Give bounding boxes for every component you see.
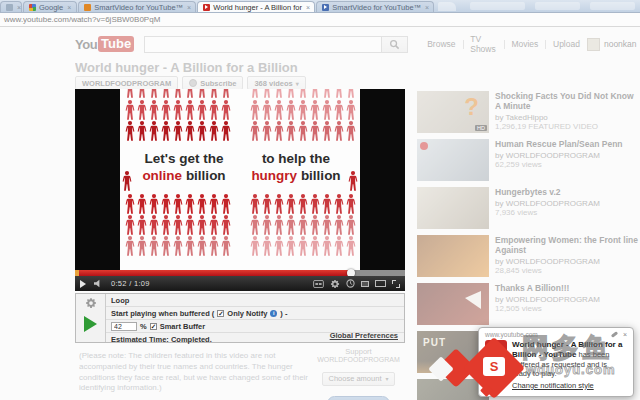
nav-browse[interactable]: Browse [420, 39, 462, 49]
smartvideo-side [76, 294, 106, 342]
play-button[interactable] [80, 280, 86, 288]
video-thumbnail[interactable] [417, 235, 489, 277]
person-icon [137, 236, 147, 256]
related-video-channel[interactable]: by WORLDFOODPROGRAM [495, 295, 600, 304]
choose-amount-button[interactable]: Choose amount ▾ [322, 372, 396, 386]
youtube-logo[interactable]: You Tube [75, 36, 134, 52]
loop-row[interactable]: Loop [106, 294, 404, 307]
related-video-channel[interactable]: by TakedHippo [495, 113, 638, 122]
subscribe-button[interactable]: Subscribe [182, 76, 243, 90]
smart-buffer-checkbox[interactable]: ✓ [150, 323, 157, 330]
person-icon [149, 89, 159, 98]
related-video-title[interactable]: Empowering Women: the Front line Against [495, 236, 638, 256]
person-icon [137, 89, 147, 98]
related-video-item[interactable]: ?HDShocking Facts You Did Not Know A Min… [417, 91, 638, 133]
browser-tab[interactable]: Google× [23, 1, 77, 12]
nav-upload[interactable]: Upload [546, 39, 587, 49]
tab-close-icon[interactable]: × [425, 4, 429, 11]
support-box: Support WORLDFOODPROGRAM Choose amount ▾… [312, 347, 405, 400]
yt-tab-icon [203, 4, 210, 11]
person-icon [310, 89, 320, 98]
person-icon [298, 121, 308, 141]
account-menu[interactable]: noonkan ▾ [587, 38, 640, 51]
person-icon [274, 194, 284, 214]
tab-close-icon[interactable]: × [187, 4, 191, 11]
related-video-item[interactable]: Empowering Women: the Front line Against… [417, 235, 638, 277]
video-thumbnail[interactable] [417, 283, 489, 325]
person-icon [286, 215, 296, 235]
video-screen[interactable]: Let's get theonline billionto help thehu… [75, 89, 405, 270]
related-video-channel[interactable]: by WORLDFOODPROGRAM [495, 199, 600, 208]
search-button[interactable] [382, 36, 408, 53]
ghost-tab [535, 2, 580, 10]
related-video-item[interactable]: Thanks A Billion!!!by WORLDFOODPROGRAM12… [417, 283, 638, 325]
tab-label: SmartVideo for YouTube™ [332, 3, 421, 12]
tab-close-icon[interactable]: × [67, 4, 71, 11]
tab-close-icon[interactable]: × [17, 4, 21, 11]
person-icon [161, 100, 171, 120]
browser-tab[interactable]: World hunger - A Billion for× [197, 1, 315, 12]
video-player[interactable]: Let's get theonline billionto help thehu… [75, 89, 405, 291]
screenshot-root: ×Google×SmartVideo for YouTube™×World hu… [0, 0, 640, 400]
search-input[interactable] [144, 36, 382, 53]
smartvideo-play-button[interactable] [84, 316, 97, 332]
captions-icon[interactable] [313, 280, 324, 288]
fullscreen-icon[interactable] [392, 280, 400, 288]
person-icon [125, 89, 135, 98]
tab-close-icon[interactable]: × [306, 4, 310, 11]
video-thumbnail[interactable]: ?HD [417, 91, 489, 133]
buffer-clock-icon[interactable] [346, 279, 355, 288]
change-notification-style-link[interactable]: Change notification style [512, 381, 594, 390]
small-player-icon[interactable] [361, 281, 369, 287]
browser-tab[interactable]: × [0, 1, 22, 12]
person-icon [149, 121, 159, 141]
tab-label: Google [39, 3, 63, 12]
channel-button[interactable]: WORLDFOODPROGRAM [75, 76, 178, 90]
related-video-channel[interactable]: by WORLDFOODPROGRAM [495, 257, 638, 266]
youtube-page: You Tube Browse TV Shows Movies Upload n… [0, 27, 640, 400]
related-video-title[interactable]: Human Rescue Plan/Sean Penn [495, 140, 623, 150]
buffer-percent-input[interactable] [111, 322, 137, 331]
related-video-channel[interactable]: by WORLDFOODPROGRAM [495, 151, 623, 160]
person-icon [322, 89, 332, 98]
wrench-icon[interactable] [611, 331, 618, 337]
volume-icon[interactable] [93, 279, 104, 288]
nav-tv-shows[interactable]: TV Shows [463, 34, 503, 54]
person-icon [274, 215, 284, 235]
video-title: World hunger - A Billion for a Billion [75, 60, 298, 75]
related-video-title[interactable]: Hungerbytes v.2 [495, 188, 600, 198]
person-icon [322, 236, 332, 256]
info-icon[interactable]: i [270, 310, 277, 317]
only-notify-checkbox[interactable]: ✓ [217, 310, 224, 317]
nav-movies[interactable]: Movies [504, 39, 545, 49]
related-video-title[interactable]: Shocking Facts You Did Not Know A Minute [495, 92, 638, 112]
pin-tab-icon [6, 4, 13, 11]
top-nav: Browse TV Shows Movies Upload [420, 34, 587, 54]
chevron-down-icon: ▾ [385, 375, 388, 382]
address-bar[interactable]: www.youtube.com/watch?v=6jSBW0B0PqM [0, 13, 640, 27]
browser-tab[interactable]: SmartVideo for YouTube™× [78, 1, 196, 12]
settings-gear-icon[interactable] [330, 279, 340, 289]
close-icon[interactable]: × [623, 331, 627, 338]
wide-player-icon[interactable] [375, 280, 386, 287]
video-thumbnail[interactable] [417, 187, 489, 229]
related-video-views: 62,259 views [495, 160, 623, 169]
notification-popup[interactable]: www.youtube.com × World hunger - A Billi… [478, 327, 634, 397]
video-thumbnail[interactable] [417, 139, 489, 181]
related-video-title[interactable]: Thanks A Billion!!! [495, 284, 600, 294]
person-icon [298, 215, 308, 235]
gear-icon[interactable] [85, 297, 97, 309]
person-icon [346, 121, 356, 141]
people-pictograph: Let's get theonline billionto help thehu… [120, 89, 360, 256]
donate-button[interactable]: Donate [327, 396, 389, 400]
browser-tab[interactable]: SmartVideo for YouTube™× [316, 1, 434, 12]
person-icon [149, 100, 159, 120]
related-video-views: 12,505 views [495, 304, 600, 313]
global-preferences-link[interactable]: Global Preferences [330, 331, 398, 340]
new-tab-button[interactable] [438, 2, 456, 11]
browser-tab-bar: ×Google×SmartVideo for YouTube™×World hu… [0, 0, 640, 13]
related-video-item[interactable]: Hungerbytes v.2by WORLDFOODPROGRAM7,936 … [417, 187, 638, 229]
tab-label: SmartVideo for YouTube™ [94, 3, 183, 12]
videos-count-button[interactable]: 368 videos ▾ [247, 76, 305, 90]
related-video-item[interactable]: Human Rescue Plan/Sean Pennby WORLDFOODP… [417, 139, 638, 181]
